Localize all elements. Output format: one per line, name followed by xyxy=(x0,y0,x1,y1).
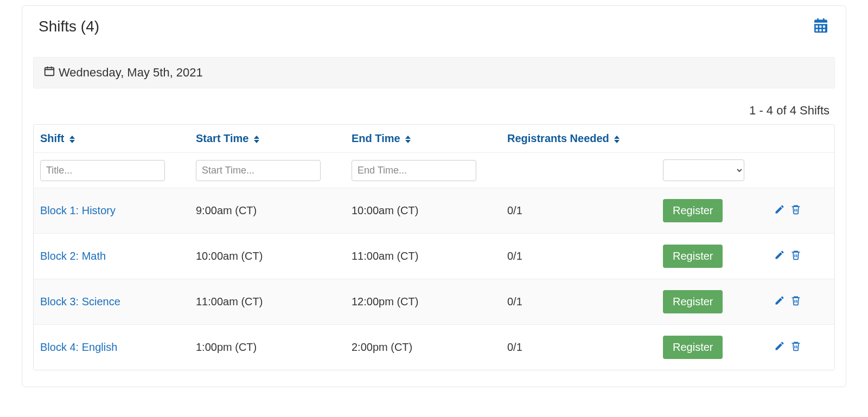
filter-title-input[interactable] xyxy=(40,160,165,181)
sort-icon xyxy=(69,136,75,143)
panel-title: Shifts (4) xyxy=(39,18,99,35)
edit-icon[interactable] xyxy=(774,295,785,309)
register-button[interactable]: Register xyxy=(663,245,723,268)
register-button[interactable]: Register xyxy=(663,199,723,222)
date-label: Wednesday, May 5th, 2021 xyxy=(59,66,203,80)
edit-icon[interactable] xyxy=(774,204,785,217)
cell-end-time: 2:00pm (CT) xyxy=(345,325,501,370)
shifts-table-wrap: Shift Start Time End Time Registrants Ne… xyxy=(33,124,835,370)
calendar-outline-icon xyxy=(43,65,55,80)
col-header-start[interactable]: Start Time xyxy=(189,125,345,153)
cell-end-time: 11:00am (CT) xyxy=(345,234,501,279)
shift-title-link[interactable]: Block 3: Science xyxy=(40,296,120,307)
col-header-action xyxy=(656,125,768,153)
edit-icon[interactable] xyxy=(774,249,785,263)
register-button[interactable]: Register xyxy=(663,290,723,313)
filter-status-select[interactable] xyxy=(663,159,744,181)
cell-start-time: 11:00am (CT) xyxy=(189,279,345,325)
col-header-icons xyxy=(768,125,834,153)
cell-registrants: 0/1 xyxy=(501,188,656,234)
register-button[interactable]: Register xyxy=(663,336,723,359)
sort-icon xyxy=(405,136,411,143)
shift-title-link[interactable]: Block 2: Math xyxy=(40,250,106,262)
calendar-icon[interactable] xyxy=(812,17,829,36)
cell-start-time: 1:00pm (CT) xyxy=(189,325,345,370)
sort-icon xyxy=(614,136,620,143)
table-row: Block 4: English1:00pm (CT)2:00pm (CT)0/… xyxy=(34,325,834,370)
col-header-end[interactable]: End Time xyxy=(345,125,501,153)
shifts-table: Shift Start Time End Time Registrants Ne… xyxy=(34,125,834,370)
col-header-registrants[interactable]: Registrants Needed xyxy=(501,125,656,153)
cell-start-time: 9:00am (CT) xyxy=(189,188,345,234)
shifts-panel: Shifts (4) Wednesday, May 5th, 2021 1 - … xyxy=(22,5,846,387)
cell-end-time: 10:00am (CT) xyxy=(345,188,501,234)
results-summary: 1 - 4 of 4 Shifts xyxy=(22,88,846,124)
table-row: Block 1: History9:00am (CT)10:00am (CT)0… xyxy=(34,188,834,234)
date-bar: Wednesday, May 5th, 2021 xyxy=(33,57,835,88)
svg-rect-0 xyxy=(45,68,54,76)
col-header-registrants-label: Registrants Needed xyxy=(507,132,609,144)
table-row: Block 3: Science11:00am (CT)12:00pm (CT)… xyxy=(34,279,834,325)
filter-row xyxy=(34,153,834,188)
edit-icon[interactable] xyxy=(774,341,785,354)
delete-icon[interactable] xyxy=(790,341,801,354)
delete-icon[interactable] xyxy=(790,295,801,309)
delete-icon[interactable] xyxy=(790,249,801,263)
panel-header: Shifts (4) xyxy=(22,6,846,42)
cell-registrants: 0/1 xyxy=(501,279,656,325)
shift-title-link[interactable]: Block 1: History xyxy=(40,204,116,216)
table-row: Block 2: Math10:00am (CT)11:00am (CT)0/1… xyxy=(34,234,834,279)
sort-icon xyxy=(254,136,259,143)
filter-start-input[interactable] xyxy=(196,160,321,181)
filter-end-input[interactable] xyxy=(352,160,476,181)
col-header-end-label: End Time xyxy=(352,132,400,144)
cell-registrants: 0/1 xyxy=(501,234,656,279)
shift-title-link[interactable]: Block 4: English xyxy=(40,341,117,353)
cell-start-time: 10:00am (CT) xyxy=(189,234,345,279)
cell-registrants: 0/1 xyxy=(501,325,656,370)
cell-end-time: 12:00pm (CT) xyxy=(345,279,501,325)
delete-icon[interactable] xyxy=(790,204,801,217)
col-header-shift-label: Shift xyxy=(40,132,64,144)
col-header-start-label: Start Time xyxy=(196,132,248,144)
col-header-shift[interactable]: Shift xyxy=(34,125,189,153)
